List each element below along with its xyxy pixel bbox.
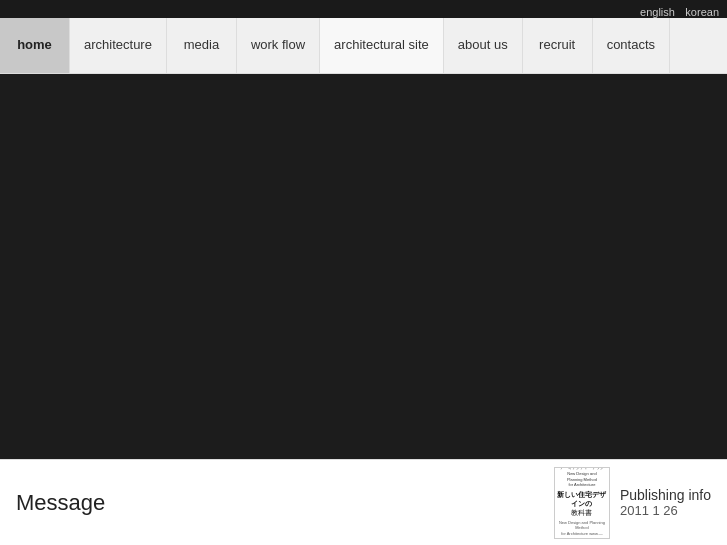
- nav-item-architecture[interactable]: architecture: [70, 18, 167, 73]
- nav-item-recruit[interactable]: recruit: [523, 18, 593, 73]
- bottom-info-bar: Message アーキテクチャーテックNew Design andPlannin…: [0, 459, 727, 545]
- message-title: Message: [16, 490, 105, 516]
- publishing-info: Publishing info 2011 1 26: [620, 487, 711, 518]
- publishing-section: アーキテクチャーテックNew Design andPlanning Method…: [554, 467, 711, 539]
- publishing-date: 2011 1 26: [620, 503, 711, 518]
- message-section: Message: [16, 490, 554, 516]
- korean-link[interactable]: korean: [685, 6, 719, 18]
- language-bar: english korean: [0, 0, 727, 18]
- nav-item-work-flow[interactable]: work flow: [237, 18, 320, 73]
- main-hero-area: [0, 74, 727, 459]
- book-sub-text: New Design and Planning Methodfor Archit…: [557, 520, 607, 537]
- book-main-jp-text: 新しい住宅デザインの: [557, 490, 607, 508]
- nav-item-about-us[interactable]: about us: [444, 18, 523, 73]
- book-main-jp-text2: 教科書: [571, 508, 592, 518]
- nav-item-architectural-site[interactable]: architectural site: [320, 18, 444, 73]
- nav-item-home[interactable]: home: [0, 18, 70, 73]
- nav-item-contacts[interactable]: contacts: [593, 18, 670, 73]
- english-link[interactable]: english: [640, 6, 675, 18]
- book-top-text: アーキテクチャーテックNew Design andPlanning Method…: [560, 467, 604, 488]
- main-navigation: home architecture media work flow archit…: [0, 18, 727, 74]
- nav-item-media[interactable]: media: [167, 18, 237, 73]
- publishing-label: Publishing info: [620, 487, 711, 503]
- book-cover-thumbnail[interactable]: アーキテクチャーテックNew Design andPlanning Method…: [554, 467, 610, 539]
